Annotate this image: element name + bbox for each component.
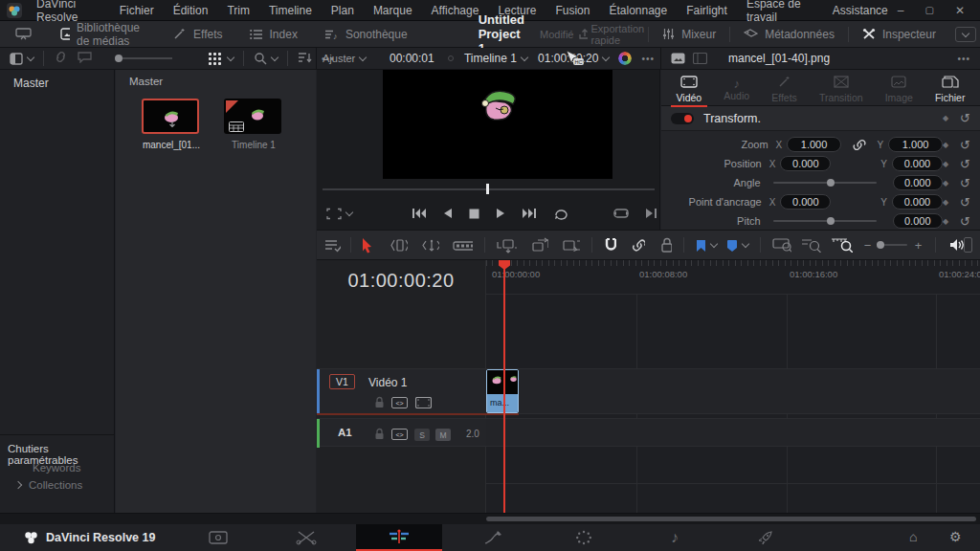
timeline-clip[interactable]: ma... [486, 369, 519, 413]
menu-edition[interactable]: Édition [164, 4, 218, 17]
zoom-reset-icon[interactable]: ↺ [960, 139, 970, 151]
play-button[interactable] [496, 208, 505, 219]
window-close-button[interactable]: ✕ [955, 4, 965, 17]
tab-transition[interactable]: Transition [819, 72, 863, 103]
clip-duration-display[interactable]: 00:00:01 [390, 52, 434, 65]
timeline-ruler[interactable]: 01:00:00:00 01:00:08:00 01:00:16:00 01:0… [486, 260, 980, 295]
position-keyframe-icon[interactable]: ◆ [943, 160, 948, 168]
viewer-more-options[interactable]: ••• [641, 54, 655, 64]
page-color-button[interactable] [563, 524, 605, 551]
video-track-name[interactable]: Vidéo 1 [368, 376, 407, 389]
angle-slider[interactable] [773, 182, 877, 184]
timeline-selector-dropdown[interactable]: Timeline 1 [464, 52, 527, 65]
media-clip-timeline1[interactable]: Timeline 1 [224, 99, 283, 158]
viewer-timecode-display[interactable]: 01:00:00:20 HCY [538, 52, 609, 65]
marker-button[interactable] [726, 239, 748, 252]
tab-image[interactable]: Image [885, 72, 913, 103]
tab-video[interactable]: Vidéo [677, 72, 702, 103]
viewer-canvas[interactable] [383, 70, 612, 179]
menu-fairlight[interactable]: Fairlight [677, 4, 737, 17]
timeline-playhead[interactable] [503, 260, 505, 513]
transform-enable-toggle[interactable] [671, 113, 694, 124]
snapping-toggle[interactable] [604, 237, 616, 253]
viewer-playhead[interactable] [486, 184, 489, 194]
angle-reset-icon[interactable]: ↺ [960, 177, 970, 189]
page-fusion-button[interactable] [472, 524, 514, 551]
timeline-zoom-slider[interactable] [879, 244, 906, 246]
audio-track-lane[interactable] [486, 418, 980, 447]
anchor-x-input[interactable]: 0.000 [780, 194, 831, 209]
audio-track-solo-button[interactable]: S [414, 429, 430, 441]
horizontal-scrollbar[interactable] [486, 517, 976, 521]
custom-zoom-button[interactable] [831, 237, 853, 253]
viewer-overlay-dropdown[interactable] [326, 208, 352, 220]
anchor-reset-icon[interactable]: ↺ [960, 196, 970, 209]
timeline-timecode-display[interactable]: 01:00:00:20 [317, 260, 485, 292]
play-reverse-button[interactable] [443, 208, 453, 219]
color-boost-icon[interactable] [618, 52, 632, 65]
tab-effets[interactable]: Effets [771, 72, 797, 103]
trim-edit-mode-tool[interactable] [390, 238, 408, 253]
metadata-toggle[interactable]: Métadonnées [730, 28, 848, 41]
effects-toggle[interactable]: Effets [160, 28, 235, 41]
menu-marque[interactable]: Marque [364, 4, 422, 17]
zoom-out-button[interactable]: − [864, 238, 872, 253]
pitch-reset-icon[interactable]: ↺ [960, 215, 970, 228]
transform-keyframe-icon[interactable]: ◆ [943, 114, 948, 122]
timeline-options-icon[interactable] [324, 238, 341, 253]
inspector-toggle[interactable]: Inspecteur [849, 28, 949, 41]
go-to-end-button[interactable] [522, 208, 537, 219]
project-manager-home-button[interactable]: ⌂ [909, 529, 917, 544]
position-reset-icon[interactable]: ↺ [960, 158, 970, 170]
zoom-in-button[interactable]: + [915, 238, 923, 253]
window-minimize-button[interactable]: – [898, 4, 904, 17]
menu-fichier[interactable]: Fichier [110, 4, 164, 17]
quick-export-button[interactable]: Exportation rapide [579, 23, 648, 46]
menu-plan[interactable]: Plan [322, 4, 364, 17]
flag-button[interactable] [696, 239, 717, 252]
angle-input[interactable]: 0.000 [893, 175, 943, 190]
position-y-input[interactable]: 0.000 [892, 156, 943, 171]
media-clip-mancel[interactable]: mancel_[01... [142, 99, 201, 158]
transform-reset-icon[interactable]: ↺ [960, 112, 970, 124]
position-lock-toggle[interactable] [660, 237, 672, 253]
menu-fusion[interactable]: Fusion [546, 4, 599, 17]
loop-button[interactable] [553, 208, 568, 220]
smart-bin-keywords[interactable]: Keywords [33, 462, 81, 474]
video-track-frame-icon[interactable] [415, 397, 432, 408]
anchor-y-input[interactable]: 0.000 [892, 194, 943, 209]
audio-track-autoselect-icon[interactable]: <> [391, 429, 408, 440]
audio-track-id[interactable]: A1 [338, 427, 352, 438]
position-x-input[interactable]: 0.000 [780, 156, 831, 171]
audio-track-lock-icon[interactable] [374, 428, 385, 440]
linked-selection-toggle[interactable] [632, 238, 645, 253]
sound-library-toggle[interactable]: ♪ Sonothèque [311, 28, 421, 41]
zoom-x-input[interactable]: 1.000 [787, 137, 841, 152]
thumbnail-size-slider[interactable] [115, 55, 172, 62]
link-xy-icon[interactable] [853, 139, 866, 151]
loop-range-button[interactable] [612, 208, 630, 219]
video-track-autoselect-icon[interactable]: <> [391, 397, 408, 408]
page-cut-button[interactable] [285, 524, 327, 551]
page-edit-button-active[interactable] [356, 524, 442, 551]
media-pool-toggle[interactable]: Bibliothèque de médias [47, 21, 160, 48]
menu-etalonnage[interactable]: Étalonnage [599, 4, 677, 17]
zoom-keyframe-icon[interactable]: ◆ [943, 141, 948, 149]
search-button[interactable] [254, 52, 278, 65]
pitch-slider[interactable] [773, 220, 877, 222]
pitch-keyframe-icon[interactable]: ◆ [943, 217, 948, 226]
overwrite-clip-button[interactable] [530, 237, 548, 253]
play-around-button[interactable] [645, 208, 657, 219]
razor-tool[interactable] [453, 238, 473, 253]
mixer-toggle[interactable]: Mixeur [649, 28, 729, 41]
tab-fichier[interactable]: Fichier [935, 72, 966, 103]
dual-screen-icon[interactable] [0, 28, 47, 40]
window-maximize-button[interactable]: ▢ [924, 5, 933, 15]
menu-timeline[interactable]: Timeline [259, 4, 322, 17]
video-track-lane[interactable] [486, 368, 980, 414]
transform-section-header[interactable]: Transform. ◆ ↺ [661, 106, 980, 131]
panel-options-dropdown[interactable] [955, 27, 976, 42]
selection-tool[interactable] [361, 237, 372, 253]
zoom-y-input[interactable]: 1.000 [888, 137, 943, 152]
project-settings-gear-button[interactable]: ⚙ [949, 529, 962, 544]
